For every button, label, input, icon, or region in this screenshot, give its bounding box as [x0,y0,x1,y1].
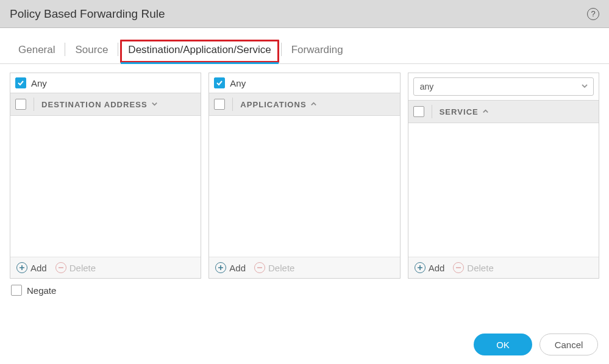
chevron-up-icon [310,100,317,109]
tab-source[interactable]: Source [66,39,116,63]
tab-separator [118,43,118,56]
any-label: Any [31,78,47,88]
column-title-service[interactable]: Service [440,107,489,116]
add-label: Add [429,263,445,273]
column-title-text: Destination Address [41,100,148,109]
chevron-up-icon [482,107,489,116]
panel-service: any Service [408,73,599,279]
add-label: Add [229,263,246,273]
delete-label: Delete [268,263,294,273]
delete-button-applications[interactable]: Delete [254,262,294,273]
delete-label: Delete [69,263,96,273]
help-icon[interactable]: ? [587,8,599,20]
service-select-value: any [420,82,434,91]
plus-icon [16,262,27,273]
column-header-service: Service [408,100,599,123]
service-select[interactable]: any [413,77,594,96]
panel-destination-top: Any [10,73,201,93]
panel-footer-destination: Add Delete [10,257,201,278]
panel-destination-address: Any Destination Address [10,73,201,279]
select-all-checkbox-destination[interactable] [15,99,26,110]
tab-content: Any Destination Address [0,64,609,302]
delete-button-service[interactable]: Delete [453,262,493,273]
column-header-applications: Applications [209,93,399,116]
any-checkbox-destination[interactable] [15,77,26,88]
ok-button[interactable]: OK [474,334,532,355]
add-button-service[interactable]: Add [415,262,445,273]
panel-applications-top: Any [209,73,399,93]
select-all-checkbox-applications[interactable] [214,99,225,110]
dialog-title: Policy Based Forwarding Rule [10,7,165,21]
minus-icon [254,262,265,273]
panel-footer-applications: Add Delete [209,257,399,278]
delete-label: Delete [467,263,493,273]
chevron-down-icon [151,100,158,109]
column-title-destination[interactable]: Destination Address [41,100,158,109]
minus-icon [55,262,66,273]
chevron-down-icon [581,82,588,91]
panel-service-top: any [408,73,599,100]
columns: Any Destination Address [10,73,599,279]
minus-icon [453,262,464,273]
negate-checkbox[interactable] [11,285,22,296]
tab-forwarding[interactable]: Forwarding [283,39,352,63]
add-button-destination[interactable]: Add [16,262,47,273]
panel-body-destination [10,116,201,257]
header-separator [432,105,432,118]
add-label: Add [30,263,47,273]
tab-general[interactable]: General [10,39,63,63]
column-header-destination: Destination Address [10,93,201,116]
delete-button-destination[interactable]: Delete [55,262,96,273]
dialog-footer: OK Cancel [474,334,598,355]
panel-body-applications [209,116,399,257]
plus-icon [415,262,426,273]
panel-footer-service: Add Delete [408,257,599,278]
add-button-applications[interactable]: Add [215,262,246,273]
negate-label: Negate [27,285,56,296]
panel-body-service [408,123,599,257]
any-checkbox-applications[interactable] [214,77,225,88]
column-title-applications[interactable]: Applications [240,100,316,109]
tab-separator [281,43,282,56]
negate-row: Negate [10,279,599,302]
tab-bar: General Source Destination/Application/S… [0,28,609,64]
cancel-button[interactable]: Cancel [540,334,598,355]
any-label: Any [230,78,246,88]
tab-separator [65,43,65,56]
header-separator [232,98,233,111]
dialog-header: Policy Based Forwarding Rule ? [0,0,609,28]
panel-applications: Any Applications [208,73,400,279]
column-title-text: Service [440,107,479,116]
column-title-text: Applications [240,100,306,109]
header-separator [34,98,34,111]
plus-icon [215,262,226,273]
tab-destination-application-service[interactable]: Destination/Application/Service [119,39,279,63]
select-all-checkbox-service[interactable] [413,106,424,117]
